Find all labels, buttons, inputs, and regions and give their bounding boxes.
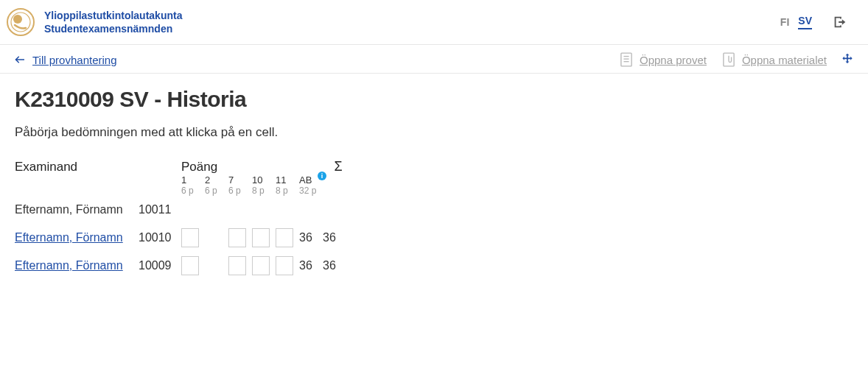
- score-input[interactable]: [181, 256, 199, 275]
- top-bar: Ylioppilastutkintolautakunta Studentexam…: [0, 0, 868, 45]
- table-row: Efternamn, Förnamn100103636: [15, 224, 354, 252]
- ab-value: [299, 196, 323, 224]
- ab-value: 36: [299, 224, 323, 252]
- language-switch: FI SV: [780, 15, 812, 29]
- sum-value: 36: [323, 224, 354, 252]
- page-subtitle: Påbörja bedömningen med att klicka på en…: [15, 125, 853, 140]
- open-test-link[interactable]: Öppna provet: [620, 52, 707, 67]
- score-input[interactable]: [228, 256, 246, 275]
- org-name-fi: Ylioppilastutkintolautakunta: [44, 9, 182, 22]
- page-title: K2310009 SV - Historia: [15, 87, 853, 112]
- student-id: 10010: [139, 224, 181, 252]
- document-icon: [620, 52, 634, 67]
- svg-point-2: [13, 15, 22, 24]
- student-name: Efternamn, Förnamn: [15, 252, 139, 280]
- col-sum-header: Σ: [323, 159, 354, 174]
- score-input[interactable]: [252, 228, 270, 247]
- q-header-7: 7: [228, 174, 252, 186]
- score-cell: [252, 224, 276, 252]
- attachment-icon: [723, 52, 736, 67]
- score-input[interactable]: [276, 228, 293, 247]
- table-row: Efternamn, Förnamn100093636: [15, 252, 354, 280]
- svg-rect-3: [621, 53, 631, 66]
- score-cell: [228, 196, 252, 224]
- arrow-left-icon: [13, 53, 27, 66]
- q-header-2: 2: [205, 174, 228, 186]
- table-row: Efternamn, Förnamn10011: [15, 196, 354, 224]
- score-input[interactable]: [228, 228, 246, 247]
- q-max-10: 8 p: [252, 186, 276, 196]
- q-max-11: 8 p: [276, 186, 299, 196]
- col-points-header: Poäng: [181, 159, 323, 174]
- score-cell: [276, 252, 299, 280]
- student-id: 10009: [139, 252, 181, 280]
- back-label: Till provhantering: [32, 54, 117, 66]
- org-name: Ylioppilastutkintolautakunta Studentexam…: [44, 9, 182, 35]
- ab-label: AB: [299, 174, 312, 186]
- lang-fi[interactable]: FI: [780, 16, 789, 28]
- org-name-sv: Studentexamensnämnden: [44, 22, 182, 35]
- score-cell: [252, 252, 276, 280]
- tool-bar: Till provhantering Öppna provet Öppna ma…: [0, 45, 868, 74]
- score-cell: [181, 196, 205, 224]
- org-logo: [6, 7, 35, 37]
- score-cell: [205, 196, 228, 224]
- q-header-10: 10: [252, 174, 276, 186]
- score-cell: [276, 196, 299, 224]
- score-cell: [181, 224, 205, 252]
- open-test-label: Öppna provet: [640, 54, 707, 66]
- student-link[interactable]: Efternamn, Förnamn: [15, 259, 123, 272]
- score-cell: [205, 252, 228, 280]
- q-max-1: 6 p: [181, 186, 205, 196]
- score-input[interactable]: [181, 228, 199, 247]
- score-cell: [181, 252, 205, 280]
- sum-value: 36: [323, 252, 354, 280]
- q-header-11: 11: [276, 174, 299, 186]
- score-cell: [276, 224, 299, 252]
- move-icon[interactable]: [840, 52, 855, 67]
- score-input[interactable]: [252, 256, 270, 275]
- q-header-ab: AB i: [299, 174, 323, 186]
- q-header-1: 1: [181, 174, 205, 186]
- student-name: Efternamn, Förnamn: [15, 224, 139, 252]
- q-max-2: 6 p: [205, 186, 228, 196]
- q-max-7: 6 p: [228, 186, 252, 196]
- score-input[interactable]: [276, 256, 293, 275]
- student-link[interactable]: Efternamn, Förnamn: [15, 231, 123, 244]
- open-material-link[interactable]: Öppna materialet: [723, 52, 827, 67]
- open-material-label: Öppna materialet: [742, 54, 827, 66]
- sum-value: [323, 196, 354, 224]
- student-id: 10011: [139, 196, 181, 224]
- score-cell: [228, 252, 252, 280]
- score-cell: [205, 224, 228, 252]
- lang-sv[interactable]: SV: [798, 15, 812, 29]
- page-content: K2310009 SV - Historia Påbörja bedömning…: [0, 74, 868, 293]
- logout-icon[interactable]: [830, 12, 850, 32]
- student-name: Efternamn, Förnamn: [15, 196, 139, 224]
- q-max-ab: 32 p: [299, 186, 323, 196]
- col-examinand-header: Examinand: [15, 159, 139, 174]
- back-link[interactable]: Till provhantering: [13, 53, 117, 66]
- score-cell: [228, 224, 252, 252]
- score-cell: [252, 196, 276, 224]
- ab-value: 36: [299, 252, 323, 280]
- grades-table: Examinand Poäng Σ 1 2 7 10 11 AB i: [15, 159, 354, 280]
